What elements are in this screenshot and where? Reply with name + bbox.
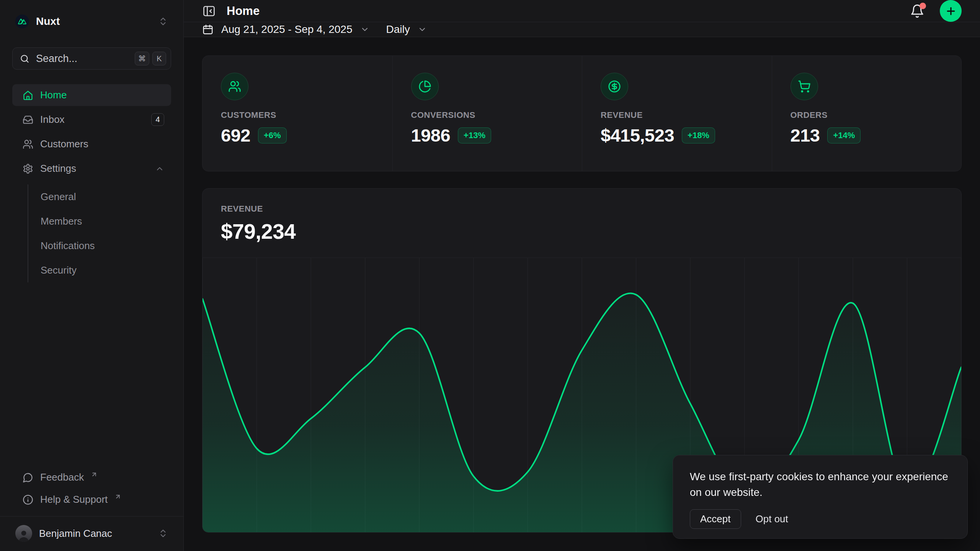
notifications-button[interactable] [910,4,924,18]
page-header: Home [184,0,980,22]
user-name: Benjamin Canac [39,528,151,540]
stat-value: 692 [221,125,250,146]
cookie-optout-button[interactable]: Opt out [756,513,788,525]
cookie-accept-button[interactable]: Accept [690,509,741,529]
settings-subnav: General Members Notifications Security [28,184,171,282]
workspace-name: Nuxt [36,15,151,28]
workspace-switcher[interactable]: Nuxt [12,11,171,32]
chevrons-up-down-icon [158,528,168,538]
notification-dot [920,3,926,9]
user-menu[interactable]: Benjamin Canac [12,517,171,551]
date-range-value: Aug 21, 2025 - Sep 4, 2025 [221,23,353,36]
sidebar-item-inbox[interactable]: Inbox 4 [12,109,171,130]
sidebar-item-label: Home [40,89,67,101]
date-range-picker[interactable]: Aug 21, 2025 - Sep 4, 2025 [202,23,369,36]
stat-delta-badge: +18% [682,127,715,143]
dollar-circle-icon [601,73,628,100]
home-icon [23,90,33,101]
cart-icon [791,73,818,100]
sidebar-top: Nuxt Search... ⌘ K [12,11,171,282]
stat-value: 1986 [411,125,451,146]
sidebar-nav: Home Inbox 4 [12,84,171,282]
sidebar-item-label: Inbox [40,114,65,126]
sidebar-item-label: Settings [40,163,76,174]
plus-icon [945,5,957,17]
pie-chart-icon [411,73,439,100]
sidebar-item-label: Customers [40,138,88,150]
calendar-icon [202,24,214,35]
stat-delta-badge: +14% [827,127,861,143]
message-bubble-icon [23,472,33,483]
stat-card-orders[interactable]: ORDERS 213 +14% [772,56,962,171]
collapse-sidebar-icon[interactable] [202,4,216,18]
stat-card-revenue[interactable]: REVENUE $415,523 +18% [582,56,772,171]
chart-title: REVENUE [221,204,943,214]
user-avatar [15,525,32,542]
sidebar-item-general[interactable]: General [28,186,171,207]
link-label: Feedback [40,471,84,483]
stat-delta-badge: +6% [258,127,287,143]
granularity-value: Daily [386,23,410,36]
filters-toolbar: Aug 21, 2025 - Sep 4, 2025 Daily [184,22,980,37]
sidebar-item-home[interactable]: Home [12,84,171,106]
stat-delta-badge: +13% [458,127,491,143]
chevron-down-icon [418,25,427,34]
cookie-banner: We use first-party cookies to enhance yo… [673,455,968,539]
chart-total-value: $79,234 [221,219,943,244]
page-title: Home [227,4,260,18]
chevrons-up-down-icon [158,16,168,26]
gear-icon [23,163,33,174]
sidebar-bottom: Feedback Help & Support Benja [12,466,171,551]
feedback-link[interactable]: Feedback [12,466,171,489]
chevron-down-icon [360,25,369,34]
cookie-message: We use first-party cookies to enhance yo… [690,469,951,500]
stat-label: CUSTOMERS [221,110,374,120]
stat-label: ORDERS [791,110,943,120]
info-circle-icon [23,494,33,505]
chevron-up-icon [155,164,164,173]
sidebar-item-members[interactable]: Members [28,210,171,232]
stats-row: CUSTOMERS 692 +6% CONVERSIONS 1986 +13% [202,55,962,171]
help-support-link[interactable]: Help & Support [12,489,171,511]
main-panel: Home Aug 21, 2025 - Sep 4, 2025 [184,0,980,551]
kbd-k: K [152,52,166,65]
inbox-icon [23,114,33,125]
external-link-icon [114,493,121,500]
search-input[interactable]: Search... ⌘ K [12,47,171,70]
stat-label: CONVERSIONS [411,110,564,120]
search-icon [20,54,30,64]
sidebar-item-customers[interactable]: Customers [12,133,171,155]
granularity-select[interactable]: Daily [386,23,427,36]
stat-value: 213 [791,125,820,146]
nuxt-logo-icon [15,15,29,28]
sidebar-item-settings[interactable]: Settings [12,158,171,179]
kbd-cmd: ⌘ [135,52,149,65]
stat-label: REVENUE [601,110,753,120]
sidebar-item-notifications[interactable]: Notifications [28,235,171,256]
users-icon [221,73,248,100]
stat-value: $415,523 [601,125,674,146]
add-button[interactable] [940,0,962,22]
stat-card-customers[interactable]: CUSTOMERS 692 +6% [203,56,392,171]
users-icon [23,139,33,150]
search-shortcut: ⌘ K [135,52,166,65]
sidebar: Nuxt Search... ⌘ K [0,0,184,551]
sidebar-item-security[interactable]: Security [28,259,171,281]
external-link-icon [91,471,98,478]
stat-card-conversions[interactable]: CONVERSIONS 1986 +13% [392,56,582,171]
link-label: Help & Support [40,494,108,505]
search-placeholder: Search... [36,53,129,65]
inbox-count-badge: 4 [151,113,164,126]
